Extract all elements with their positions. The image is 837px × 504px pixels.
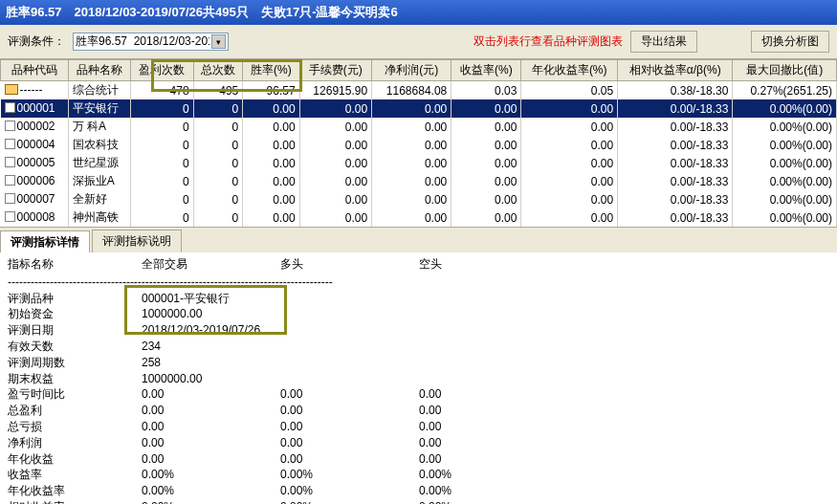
export-button[interactable]: 导出结果 (630, 31, 697, 53)
table-row[interactable]: 000008神州高铁000.000.000.000.000.000.00/-18… (1, 208, 837, 227)
col-header[interactable]: 品种名称 (68, 60, 130, 81)
detail-row: 评测品种000001-平安银行 (8, 291, 558, 307)
table-row[interactable]: 000006深振业A000.000.000.000.000.000.00/-18… (1, 172, 837, 190)
col-header[interactable]: 总次数 (193, 60, 243, 81)
toolbar: 评测条件： ▾ 双击列表行查看品种评测图表 导出结果 切换分析图 (0, 25, 837, 59)
detail-row: 年化收益率0.00%0.00%0.00% (8, 483, 558, 499)
detail-table: 指标名称 全部交易 多头 空头 ------------------------… (8, 256, 558, 504)
col-header[interactable]: 收益率(%) (452, 60, 521, 81)
col-header[interactable]: 品种代码 (1, 60, 69, 81)
dropdown-arrow-icon[interactable]: ▾ (211, 34, 226, 49)
table-row[interactable]: 000004国农科技000.000.000.000.000.000.00/-18… (1, 136, 837, 154)
col-header[interactable]: 相对收益率α/β(%) (618, 60, 733, 81)
window-titlebar: 胜率96.57 2018/12/03-2019/07/26共495只 失败17只… (0, 0, 837, 25)
checkbox-icon[interactable] (5, 139, 15, 149)
detail-row: 盈亏时间比0.000.000.00 (8, 386, 558, 403)
detail-row: 相对收益率α0.00%0.00%0.00% (8, 499, 558, 504)
detail-panel: 指标名称 全部交易 多头 空头 ------------------------… (0, 252, 837, 504)
detail-tabs: 评测指标详情 评测指标说明 (0, 227, 837, 252)
folder-icon (5, 84, 18, 95)
detail-row: 总亏损0.000.000.00 (8, 419, 558, 435)
col-indicator: 指标名称 (8, 256, 142, 274)
detail-row: 有效天数234 (8, 339, 558, 355)
detail-row: 评测日期2018/12/03-2019/07/26 (8, 322, 558, 339)
checkbox-icon[interactable] (5, 121, 15, 131)
tab-desc[interactable]: 评测指标说明 (92, 230, 182, 252)
col-header[interactable]: 净利润(元) (372, 60, 452, 81)
checkbox-icon[interactable] (5, 175, 15, 186)
table-row[interactable]: ------综合统计47849596.57126915.901168684.08… (1, 81, 837, 100)
results-table: 品种代码品种名称盈利次数总次数胜率(%)手续费(元)净利润(元)收益率(%)年化… (0, 59, 837, 227)
col-long: 多头 (280, 256, 419, 274)
results-table-wrap: 品种代码品种名称盈利次数总次数胜率(%)手续费(元)净利润(元)收益率(%)年化… (0, 59, 837, 227)
hint-text: 双击列表行查看品种评测图表 (474, 33, 623, 50)
switch-chart-button[interactable]: 切换分析图 (751, 31, 829, 53)
col-header[interactable]: 年化收益率(%) (521, 60, 618, 81)
checkbox-icon[interactable] (5, 102, 15, 113)
divider: ----------------------------------------… (8, 274, 558, 291)
table-row[interactable]: 000002万 科A000.000.000.000.000.000.00/-18… (1, 118, 837, 136)
detail-row: 年化收益0.000.000.00 (8, 451, 558, 468)
table-row[interactable]: 000007全新好000.000.000.000.000.000.00/-18.… (1, 190, 837, 208)
col-header[interactable]: 胜率(%) (243, 60, 299, 81)
col-header[interactable]: 盈利次数 (131, 60, 193, 81)
table-row[interactable]: 000005世纪星源000.000.000.000.000.000.00/-18… (1, 154, 837, 172)
detail-row: 收益率0.00%0.00%0.00% (8, 467, 558, 483)
criteria-input[interactable] (76, 35, 209, 49)
col-short: 空头 (419, 256, 558, 274)
detail-row: 初始资金1000000.00 (8, 306, 558, 322)
col-header[interactable]: 手续费(元) (299, 60, 371, 81)
checkbox-icon[interactable] (5, 193, 15, 204)
col-header[interactable]: 最大回撤比(值) (733, 60, 837, 81)
tab-detail[interactable]: 评测指标详情 (0, 230, 90, 253)
checkbox-icon[interactable] (5, 157, 15, 167)
detail-row: 期末权益1000000.00 (8, 371, 558, 387)
criteria-label: 评测条件： (8, 33, 65, 50)
detail-row: 净利润0.000.000.00 (8, 435, 558, 451)
col-all: 全部交易 (142, 256, 280, 274)
checkbox-icon[interactable] (5, 211, 15, 222)
detail-row: 评测周期数258 (8, 355, 558, 371)
detail-row: 总盈利0.000.000.00 (8, 403, 558, 419)
criteria-select[interactable]: ▾ (73, 33, 229, 51)
table-row[interactable]: 000001平安银行000.000.000.000.000.000.00/-18… (1, 99, 837, 118)
